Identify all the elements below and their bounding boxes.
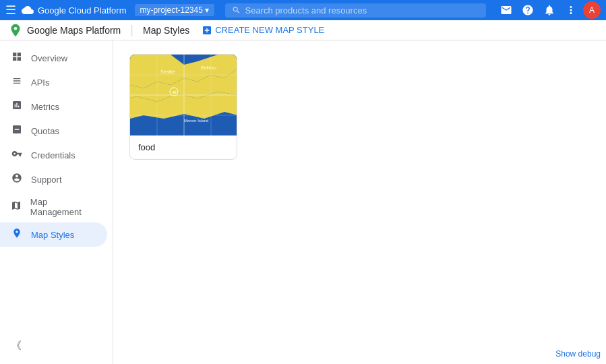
- map-styles-icon: [11, 228, 23, 241]
- overview-icon: [11, 51, 23, 65]
- create-new-map-style-button[interactable]: CREATE NEW MAP STYLE: [196, 22, 330, 38]
- sidebar: Overview APIs Metrics Quotas Credentials: [0, 40, 113, 364]
- sidebar-item-metrics[interactable]: Metrics: [0, 94, 107, 119]
- more-options-button[interactable]: [562, 1, 580, 20]
- svg-text:Bellevu: Bellevu: [201, 65, 216, 70]
- svg-text:Seattle: Seattle: [160, 69, 175, 74]
- search-input[interactable]: [245, 5, 480, 16]
- sidebar-item-support[interactable]: Support: [0, 167, 107, 191]
- email-button[interactable]: [497, 1, 516, 20]
- app-logo: Google Cloud Platform: [22, 4, 127, 16]
- sidebar-item-credentials[interactable]: Credentials: [0, 143, 107, 167]
- search-bar: [225, 3, 486, 18]
- main-layout: Overview APIs Metrics Quotas Credentials: [0, 40, 606, 364]
- show-debug-link[interactable]: Show debug: [555, 349, 601, 359]
- sidebar-item-map-styles[interactable]: Map Styles: [0, 222, 107, 247]
- header-divider: |: [130, 23, 133, 37]
- map-preview: Seattle Bellevu Mercer Island 90: [130, 55, 237, 135]
- sidebar-item-quotas[interactable]: Quotas: [0, 119, 107, 143]
- menu-icon[interactable]: ☰: [5, 3, 16, 18]
- map-style-label: food: [130, 135, 237, 159]
- support-icon: [11, 173, 23, 186]
- cloud-icon: [22, 4, 34, 16]
- maps-logo-icon: [8, 23, 23, 38]
- map-style-card-food[interactable]: Seattle Bellevu Mercer Island 90 food: [129, 54, 237, 160]
- sidebar-item-overview[interactable]: Overview: [0, 46, 107, 70]
- page-title: Map Styles: [143, 25, 189, 36]
- sidebar-item-apis[interactable]: APIs: [0, 70, 107, 94]
- notification-button[interactable]: [540, 1, 559, 20]
- search-icon: [232, 5, 241, 15]
- map-preview-svg: Seattle Bellevu Mercer Island 90: [130, 55, 237, 135]
- svg-text:Mercer Island: Mercer Island: [184, 119, 208, 123]
- maps-platform-logo: Google Maps Platform: [8, 23, 121, 38]
- apis-icon: [11, 75, 23, 89]
- sidebar-item-map-management[interactable]: Map Management: [0, 191, 107, 222]
- avatar[interactable]: A: [583, 1, 601, 19]
- add-icon: [202, 25, 212, 36]
- maps-platform-label: Google Maps Platform: [27, 25, 121, 36]
- svg-text:90: 90: [173, 90, 177, 94]
- credentials-icon: [11, 148, 23, 162]
- help-button[interactable]: [518, 1, 537, 20]
- project-selector[interactable]: my-project-12345 ▾: [135, 4, 215, 16]
- sub-header: Google Maps Platform | Map Styles CREATE…: [0, 20, 606, 40]
- quotas-icon: [11, 124, 23, 138]
- map-management-icon: [11, 200, 22, 214]
- top-navigation-bar: ☰ Google Cloud Platform my-project-12345…: [0, 0, 606, 20]
- metrics-icon: [11, 100, 23, 113]
- svg-point-0: [14, 26, 18, 30]
- top-bar-actions: A: [497, 1, 601, 20]
- platform-title: Google Cloud Platform: [38, 5, 127, 16]
- collapse-sidebar-button[interactable]: 《: [0, 334, 113, 359]
- main-content: Seattle Bellevu Mercer Island 90 food: [113, 40, 606, 364]
